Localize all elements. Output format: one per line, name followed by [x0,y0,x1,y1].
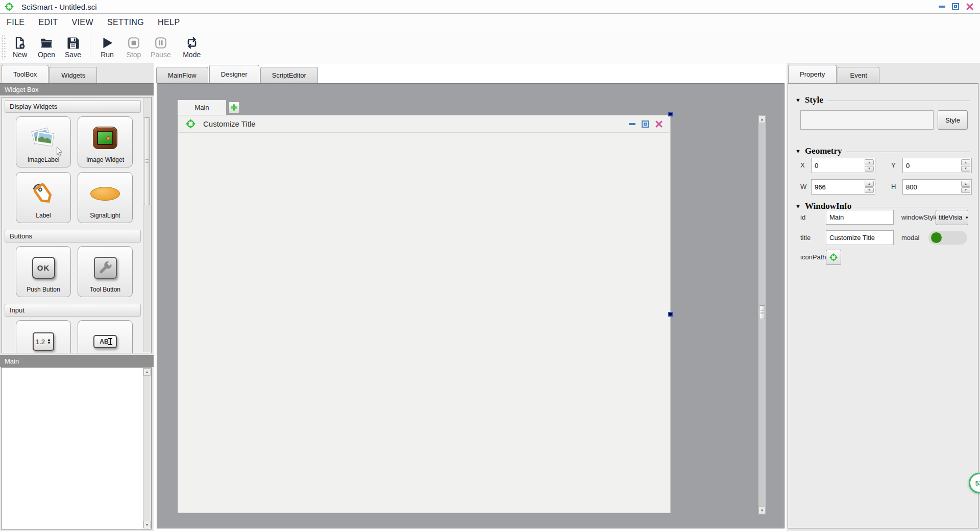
modal-toggle[interactable] [928,231,967,245]
tree-scroll-up-icon[interactable]: ▲ [143,368,151,376]
collapse-caret-icon[interactable]: ▼ [795,203,801,209]
spinbox-icon: 1.2▲▼ [16,326,70,353]
widget-label[interactable]: Label [16,172,71,223]
canvas-scroll-down-icon[interactable]: ▼ [758,506,766,514]
menu-view[interactable]: VIEW [71,18,93,27]
style-button[interactable]: Style [938,110,968,130]
window-crosshair-icon [185,118,196,129]
property-panel-body: ▼ Style Style ▼ Geometry X ▲▼ Y ▲▼ W ▲▼ … [788,83,978,528]
geometry-w-input[interactable] [812,180,864,194]
new-button[interactable]: New [8,35,32,59]
tree-scroll-down-icon[interactable]: ▼ [143,521,151,528]
close-icon [655,120,663,128]
run-play-icon [101,36,114,50]
spin-down-icon[interactable]: ▼ [865,187,874,194]
tab-toolbox[interactable]: ToolBox [2,65,48,83]
geometry-section-header[interactable]: ▼ Geometry [795,146,970,156]
window-minimize-button[interactable] [939,6,945,8]
main-tree-panel[interactable]: ▲ ▼ [1,367,152,529]
window-close-button[interactable] [966,3,974,11]
geometry-x-label: X [800,161,805,169]
tree-scrollbar[interactable]: ▲ ▼ [143,368,151,528]
push-button-icon: OK [16,252,70,283]
style-section-header[interactable]: ▼ Style [795,95,970,105]
spin-down-icon[interactable]: ▼ [961,166,970,172]
spin-up-icon[interactable]: ▲ [865,181,874,187]
geometry-h-input[interactable] [903,180,960,194]
spin-up-icon[interactable]: ▲ [865,159,874,165]
designer-close-button[interactable] [655,120,663,128]
geometry-y-input[interactable] [903,158,960,173]
section-display-widgets[interactable]: Display Widgets [5,100,141,113]
toolbar-grip[interactable] [1,35,7,59]
tab-scripteditor[interactable]: ScriptEditor [260,67,318,83]
designer-canvas[interactable]: Main Customize Title [157,83,785,528]
designer-window[interactable]: Customize Title [178,115,671,513]
tab-widgets[interactable]: Widgets [50,67,97,83]
windowstyle-dropdown[interactable]: titleVisia ▼ [936,210,968,225]
canvas-scroll-up-icon[interactable]: ▲ [758,115,766,123]
line-edit-icon: AB [78,326,132,353]
spin-up-icon[interactable]: ▲ [961,181,970,187]
geometry-y-label: Y [891,161,896,169]
widget-pushbutton[interactable]: OK Push Button [16,246,71,297]
section-input[interactable]: Input [5,304,141,317]
tab-designer[interactable]: Designer [209,65,259,83]
canvas-scrollbar[interactable]: ▲ ▼ [758,115,766,515]
menu-file[interactable]: FILE [7,18,24,27]
widget-spinbox[interactable]: 1.2▲▼ [16,320,71,353]
spin-up-icon[interactable]: ▲ [961,159,970,165]
geometry-x-field[interactable]: ▲▼ [811,158,875,173]
geometry-h-field[interactable]: ▲▼ [902,179,972,195]
window-maximize-button[interactable] [952,3,959,10]
tab-property[interactable]: Property [788,65,837,83]
designer-minimize-button[interactable] [629,123,635,125]
id-input[interactable] [826,210,894,225]
buttons-grid: OK Push Button Tool Button [2,245,151,301]
stop-button[interactable]: Stop [122,35,145,59]
title-input[interactable] [826,230,894,245]
doc-tab-main[interactable]: Main [178,100,226,115]
designer-window-body[interactable] [178,133,670,513]
tab-mainflow[interactable]: MainFlow [156,67,208,83]
menu-help[interactable]: HELP [158,18,180,27]
section-rule [827,101,970,101]
widget-lineedit[interactable]: AB [78,320,133,353]
collapse-caret-icon[interactable]: ▼ [795,148,801,154]
selection-handle-top-right[interactable] [668,112,673,116]
spin-down-icon[interactable]: ▼ [961,187,970,194]
selection-handle-mid-right[interactable] [668,312,673,317]
collapse-caret-icon[interactable]: ▼ [795,97,801,103]
mode-cycle-icon [185,36,199,50]
widget-signallight[interactable]: SignalLight [78,172,133,223]
app-crosshair-icon [4,2,14,12]
save-button[interactable]: Save [61,35,85,59]
widget-box-header: Widget Box [0,83,154,95]
tab-event[interactable]: Event [838,67,879,83]
canvas-scroll-thumb[interactable] [759,305,765,319]
geometry-w-field[interactable]: ▲▼ [811,179,875,195]
widget-toolbutton[interactable]: Tool Button [78,246,133,297]
menubar: FILE EDIT VIEW SETTING HELP [0,14,980,31]
section-buttons[interactable]: Buttons [5,230,141,243]
spin-down-icon[interactable]: ▼ [865,166,874,172]
pause-button[interactable]: Pause [149,35,173,59]
widget-imagelabel[interactable]: ImageLabel [16,116,71,167]
widget-box-scroll-thumb[interactable] [144,117,150,205]
run-button[interactable]: Run [95,35,119,59]
menu-edit[interactable]: EDIT [38,18,58,27]
menu-setting[interactable]: SETTING [107,18,144,27]
geometry-y-field[interactable]: ▲▼ [902,158,972,173]
widget-imagewidget[interactable]: Image Widget [78,116,133,167]
mode-button[interactable]: Mode [180,35,204,59]
designer-window-titlebar[interactable]: Customize Title [178,115,670,133]
style-input[interactable] [800,110,934,130]
display-widgets-grid: ImageLabel Image Widget [2,115,151,227]
chevron-down-icon: ▼ [965,215,969,220]
open-button[interactable]: Open [35,35,58,59]
iconpath-button[interactable] [826,250,841,265]
add-window-button[interactable] [228,102,240,113]
geometry-x-input[interactable] [812,158,864,173]
designer-maximize-button[interactable] [642,120,649,128]
widget-box-scrollbar[interactable] [143,98,151,352]
